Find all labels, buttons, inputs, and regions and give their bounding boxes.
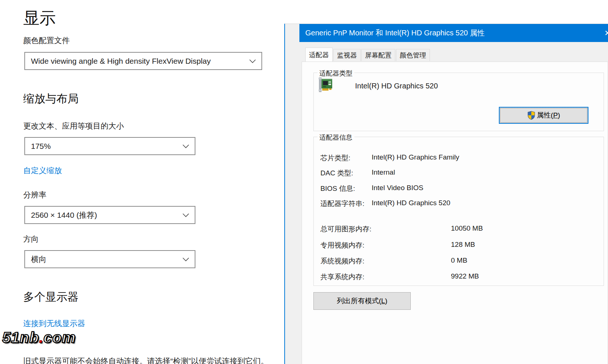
watermark-51nb: 51nb.com [2, 329, 76, 346]
scale-label: 更改文本、应用等项目的大小 [23, 121, 124, 131]
multi-display-title: 多个显示器 [23, 290, 79, 305]
page-title: 显示 [23, 7, 56, 29]
orientation-label: 方向 [23, 234, 39, 244]
color-profile-label: 颜色配置文件 [23, 35, 70, 46]
info-row-total-memory: 总可用图形内存:10050 MB [314, 224, 604, 232]
adapter-type-group: 适配器类型 Intel(R) HD Graphics 520 [313, 73, 604, 131]
chevron-down-icon [182, 257, 190, 262]
tab-color-management[interactable]: 颜色管理 [396, 49, 430, 61]
background-window-edge [284, 24, 299, 364]
close-icon[interactable]: ✕ [604, 29, 608, 38]
watermark-dot: . [39, 329, 44, 346]
info-row-dedicated-memory: 专用视频内存:128 MB [314, 241, 604, 249]
settings-display-page: 显示 颜色配置文件 Wide viewing angle & High dens… [0, 0, 284, 364]
uac-shield-icon [527, 111, 535, 120]
custom-scaling-link[interactable]: 自定义缩放 [23, 165, 62, 176]
info-row-shared-memory: 共享系统内存:9922 MB [314, 272, 604, 280]
list-all-modes-label: 列出所有模式(L) [337, 296, 387, 306]
color-profile-value: Wide viewing angle & High density FlexVi… [31, 57, 245, 66]
dialog-titlebar[interactable]: Generic PnP Monitor 和 Intel(R) HD Graphi… [299, 24, 608, 42]
resolution-dropdown[interactable]: 2560 × 1440 (推荐) [24, 206, 195, 224]
info-row-adapter-string: 适配器字符串:Intel(R) HD Graphics 520 [314, 199, 604, 207]
info-row-dac: DAC 类型:Internal [314, 168, 604, 176]
orientation-value: 横向 [31, 254, 178, 265]
adapter-type-group-title: 适配器类型 [317, 69, 354, 78]
wireless-display-link[interactable]: 连接到无线显示器 [23, 318, 85, 329]
resolution-label: 分辨率 [23, 190, 46, 200]
chevron-down-icon [249, 59, 256, 63]
tab-monitor[interactable]: 监视器 [333, 49, 361, 61]
tab-adapter[interactable]: 适配器 [305, 48, 333, 62]
color-profile-dropdown[interactable]: Wide viewing angle & High density FlexVi… [24, 52, 262, 70]
scale-value: 175% [31, 142, 178, 151]
resolution-value: 2560 × 1440 (推荐) [31, 210, 178, 220]
adapter-info-group: 适配器信息 芯片类型:Intel(R) HD Graphics Family D… [313, 137, 604, 286]
adapter-name-text: Intel(R) HD Graphics 520 [355, 82, 438, 90]
properties-button[interactable]: 属性(P) [499, 107, 588, 124]
info-row-chip: 芯片类型:Intel(R) HD Graphics Family [314, 153, 604, 161]
info-row-bios: BIOS 信息:Intel Video BIOS [314, 184, 604, 192]
adapter-info-group-title: 适配器信息 [317, 133, 354, 142]
dialog-title: Generic PnP Monitor 和 Intel(R) HD Graphi… [305, 28, 484, 38]
chevron-down-icon [182, 213, 190, 217]
scale-section-title: 缩放与布局 [23, 91, 79, 106]
properties-button-label: 属性(P) [537, 111, 560, 120]
tab-screen-config[interactable]: 屏幕配置 [361, 49, 395, 61]
list-all-modes-button[interactable]: 列出所有模式(L) [313, 292, 411, 310]
info-row-system-video-memory: 系统视频内存:0 MB [314, 256, 604, 265]
scale-dropdown[interactable]: 175% [24, 137, 195, 155]
chevron-down-icon [182, 144, 190, 148]
legacy-display-note: 旧式显示器可能不会始终自动连接。请选择“检测”以便尝试连接到它们。 [23, 356, 283, 364]
adapter-properties-dialog: Generic PnP Monitor 和 Intel(R) HD Graphi… [299, 24, 608, 364]
graphics-card-icon [318, 77, 334, 92]
orientation-dropdown[interactable]: 横向 [24, 250, 195, 268]
